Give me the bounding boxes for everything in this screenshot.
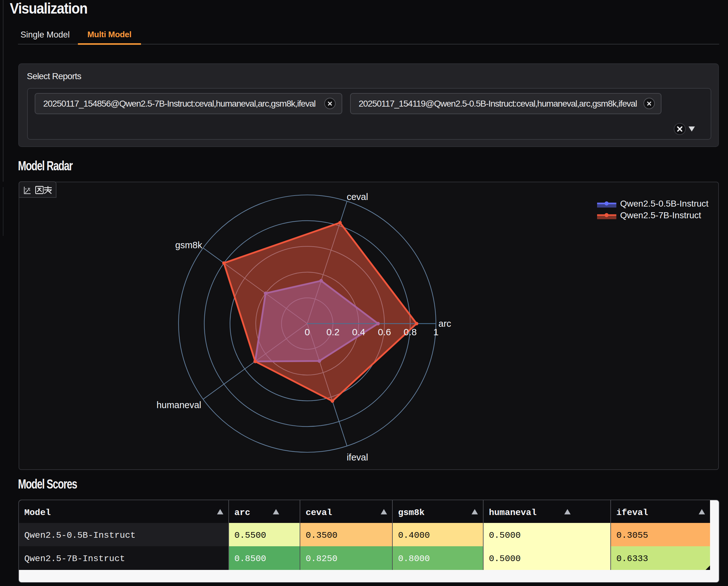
svg-text:0.2: 0.2 <box>327 327 340 337</box>
svg-text:ceval: ceval <box>347 192 368 202</box>
svg-text:0: 0 <box>305 327 310 337</box>
svg-text:Qwen2.5-7B-Instruct: Qwen2.5-7B-Instruct <box>620 210 701 220</box>
svg-text:arc: arc <box>438 319 451 329</box>
svg-text:1: 1 <box>434 327 439 337</box>
svg-text:0.4: 0.4 <box>352 327 365 337</box>
svg-text:gsm8k: gsm8k <box>175 240 203 250</box>
svg-text:ifeval: ifeval <box>347 452 368 462</box>
svg-text:0.8: 0.8 <box>404 327 417 337</box>
svg-text:0.6: 0.6 <box>378 327 391 337</box>
svg-text:Qwen2.5-0.5B-Instruct: Qwen2.5-0.5B-Instruct <box>620 199 708 209</box>
svg-text:humaneval: humaneval <box>156 400 201 410</box>
